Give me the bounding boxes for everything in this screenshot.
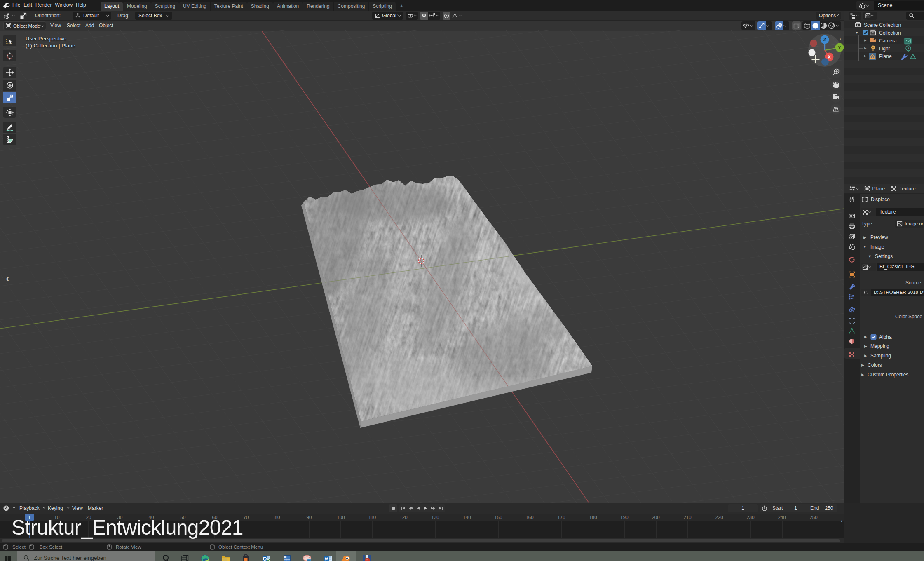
svg-text:Z: Z bbox=[823, 37, 826, 42]
svg-text:Y: Y bbox=[838, 45, 841, 50]
svg-text:X: X bbox=[828, 54, 831, 59]
